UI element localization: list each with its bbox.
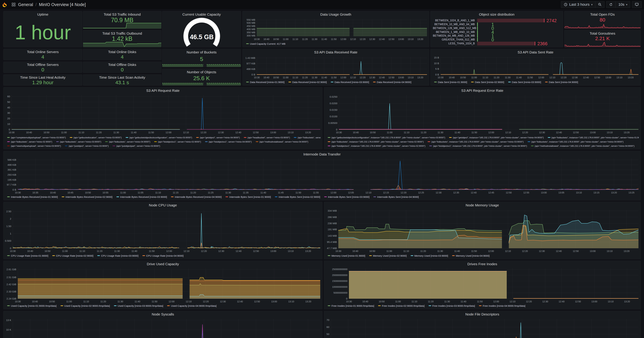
syscalls-chart[interactable]: 13 K10 K8 K — [4, 317, 322, 338]
panel-title[interactable]: Object size distribution — [430, 11, 563, 18]
panel-title[interactable]: Time Since Last Heal Activity — [4, 75, 82, 80]
legend-item[interactable]: Data Received [minio-02:9000] — [288, 80, 327, 84]
panel-title[interactable]: Total Offline Disks — [83, 62, 161, 67]
time-range-picker[interactable]: Last 3 hours ▾ — [561, 1, 595, 8]
zoom-out-button[interactable] — [595, 1, 604, 8]
panel-title[interactable]: Total S3 Traffic Outbound — [83, 30, 161, 37]
legend-item[interactable]: Internode Bytes Sent [minio-03:9000] — [324, 195, 370, 199]
legend-item[interactable]: Internode Bytes Sent [minio-02:9000] — [275, 195, 320, 199]
legend-item[interactable]: Used Capacity [minio-02:9000:/tmp/data] — [60, 304, 110, 308]
legend-item[interactable]: {api="getbucketobjectlockconfiguration",… — [126, 135, 192, 140]
legend-item[interactable]: Data Received [minio-04:9000] — [373, 80, 411, 84]
panel-title[interactable]: S3 API Data Sent Rate — [430, 49, 640, 56]
refresh-button[interactable] — [606, 1, 616, 8]
legend-item[interactable]: {api="newmultipartupload", server="minio… — [7, 144, 61, 148]
panel-title[interactable]: Internode Data Transfer — [4, 151, 640, 157]
legend-item[interactable]: {api="listobjectsv1", instance="165.232.… — [429, 144, 527, 148]
panel-title[interactable]: Total Open FDs — [564, 11, 640, 18]
legend-item[interactable]: Internode Bytes Received [minio-03:9000] — [116, 195, 167, 199]
legend-item[interactable]: Data Received [minio-01:9000] — [246, 80, 284, 84]
panel-title[interactable]: Uptime — [4, 11, 82, 18]
legend-item[interactable]: {api="getobject", instance="165.232.176.… — [449, 135, 544, 140]
panel-title[interactable]: Current Usable Capacity — [162, 11, 241, 18]
legend-item[interactable]: Memory Used [minio-03:9000] — [411, 254, 448, 258]
legend-item[interactable]: Internode Bytes Received [minio-04:9000] — [171, 195, 222, 199]
panel-title[interactable]: S3 API Request Error Rate — [324, 87, 640, 94]
breadcrumb-section[interactable]: General — [18, 2, 33, 7]
panel-title[interactable]: Node Syscalls — [4, 311, 322, 317]
legend-item[interactable]: Data Sent [minio-03:9000] — [508, 80, 541, 84]
legend-item[interactable]: {api="listobjectsv1", instance="165.232.… — [328, 144, 425, 148]
panel-title[interactable]: S3 API Request Rate — [4, 87, 322, 94]
drive-used-chart[interactable]: 2.24 GiB2.33 GiB2.42 GiB2.51 GiB2.61 GiB… — [4, 267, 322, 304]
legend-item[interactable]: {api="headbucket", server="minio-03:9000… — [244, 135, 290, 140]
legend-item[interactable]: Memory Used [minio-02:9000] — [369, 254, 407, 258]
legend-item[interactable]: CPU Usage Rate [minio-04:9000] — [142, 254, 184, 258]
legend-item[interactable]: Internode Bytes Received [minio-02:9000] — [62, 195, 112, 199]
legend-item[interactable]: {api="getbucketobjectlockconfiguration",… — [328, 135, 445, 140]
panel-title[interactable]: Data Usage Growth — [242, 11, 429, 18]
legend-item[interactable]: Free Inodes [minio-01:9000:/tmp/data] — [328, 304, 374, 308]
legend-item[interactable]: {api="completemultipartupload", server="… — [7, 135, 66, 140]
panel-title[interactable]: Total Goroutines — [564, 30, 640, 37]
legend-item[interactable]: {api="listbuckets", instance="165.232.17… — [328, 140, 424, 144]
panel-title[interactable]: Total S3 Traffic Inbound — [83, 11, 161, 18]
panel-title[interactable]: Drive Used Capacity — [4, 261, 322, 267]
tv-mode-button[interactable] — [632, 1, 642, 8]
legend-item[interactable]: {api="listbuckets", instance="165.232.17… — [528, 140, 624, 144]
grafana-logo[interactable] — [0, 2, 9, 8]
legend-item[interactable]: {api="getobject", server="minio-04:9000"… — [196, 135, 240, 140]
legend-item[interactable]: {api="listbuckets", instance="165.232.17… — [548, 135, 639, 140]
legend-item[interactable]: CPU Usage Rate [minio-03:9000] — [97, 254, 138, 258]
legend-item[interactable]: {api="listobjectsv1", server="minio-02:9… — [154, 140, 201, 144]
legend-item[interactable]: Memory Used [minio-01:9000] — [328, 254, 365, 258]
data-received-chart[interactable]: 0 B488 KiB977 KiB1.43 MiB10:3010:4010:50… — [242, 56, 429, 80]
legend-item[interactable]: {api="putobjectpart", server="minio-03:9… — [112, 144, 160, 148]
legend-item[interactable]: {api="methodnotallowed", server="minio-0… — [256, 140, 308, 144]
legend-item[interactable]: {api="putobject", server="minio-03:9000"… — [65, 144, 108, 148]
legend-item[interactable]: {api="methodnotallowed", instance="165.2… — [531, 144, 634, 148]
legend-item[interactable]: Used Capacity [minio-03:9000:/tmp/data] — [114, 304, 163, 308]
refresh-interval-dropdown[interactable]: 10s ▾ — [616, 1, 630, 8]
panel-title[interactable]: Drives Free Inodes — [324, 261, 640, 267]
legend-item[interactable]: {api="listbuckets", server="minio-03:900… — [56, 140, 101, 144]
data-sent-chart[interactable]: 0 B5 B10 B15 B10:3010:4010:5011:0011:101… — [430, 56, 640, 80]
panel-title[interactable]: Node Memory Usage — [324, 202, 640, 208]
legend-item[interactable]: Data Sent [minio-04:9000] — [545, 80, 578, 84]
legend-item[interactable]: CPU Usage Rate [minio-02:9000] — [52, 254, 94, 258]
memory-chart[interactable]: 47.7 MiB95.4 MiB143 MiB191 MiB238 MiB286… — [324, 208, 640, 253]
legend-item[interactable]: Data Received [minio-03:9000] — [331, 80, 369, 84]
panel-title[interactable]: Number of Objects — [162, 69, 241, 75]
legend-item[interactable]: Memory Used [minio-04:9000] — [452, 254, 490, 258]
page-title[interactable]: MinIO Overview [4 Node] — [39, 2, 86, 7]
file-descriptors-chart[interactable]: 70605040 — [324, 317, 640, 338]
legend-item[interactable]: Data Sent [minio-02:9000] — [471, 80, 504, 84]
legend-item[interactable]: Used Capacity [minio-04:9000:/tmp/data] — [167, 304, 216, 308]
legend-item[interactable]: {api="getbucketlocation", server="minio-… — [70, 135, 122, 140]
panel-title[interactable]: Total Online Disks — [83, 49, 161, 54]
panel-title[interactable]: Total Online Servers — [4, 49, 82, 54]
legend-item[interactable]: Used Capacity Current: 417 MB — [246, 42, 286, 46]
legend-item[interactable]: Internode Bytes Received [minio-01:9000] — [7, 195, 58, 199]
panel-title[interactable]: S3 API Data Received Rate — [242, 49, 429, 56]
panel-title[interactable]: Time Since Last Scan Activity — [83, 75, 161, 80]
legend-item[interactable]: CPU Usage Rate [minio-01:9000] — [7, 254, 48, 258]
legend-item[interactable]: Data Sent [minio-01:9000] — [434, 80, 467, 84]
legend-item[interactable]: Internode Bytes Sent [minio-04:9000] — [374, 195, 419, 199]
legend-item[interactable]: Free Inodes [minio-02:9000:/tmp/data] — [378, 304, 424, 308]
legend-item[interactable]: {api="listbuckets", server="minio-02:900… — [7, 140, 52, 144]
cpu-chart[interactable]: 00.50011.5022.5010:3010:4010:5011:0011:1… — [4, 208, 322, 253]
panel-title[interactable]: Node CPU Usage — [4, 202, 322, 208]
free-inodes-chart[interactable]: 0500000000010000000000150000000002000000… — [324, 267, 640, 304]
legend-item[interactable]: Used Capacity [minio-01:9000:/tmp/data] — [7, 304, 56, 308]
panel-title[interactable]: Node File Descriptors — [324, 311, 640, 317]
error-rate-chart[interactable]: 00.005000.01000.01500.02000.025010:3010:… — [324, 93, 640, 135]
data-usage-growth-chart[interactable]: 300 MB350 MB400 MB450 MB500 MB550 MB10:3… — [242, 18, 429, 41]
panel-title[interactable]: Total Offline Servers — [4, 62, 82, 67]
dashboard-grid-icon[interactable] — [12, 2, 16, 7]
legend-item[interactable]: Internode Bytes Sent [minio-01:9000] — [226, 195, 271, 199]
legend-item[interactable]: {api="listbuckets", server="minio-04:900… — [105, 140, 150, 144]
legend-item[interactable]: {api="listbuckets", server="minio-01:900… — [294, 135, 320, 140]
legend-item[interactable]: Free Inodes [minio-03:9000:/tmp/data] — [429, 304, 475, 308]
panel-title[interactable]: Number of Buckets — [162, 49, 241, 56]
